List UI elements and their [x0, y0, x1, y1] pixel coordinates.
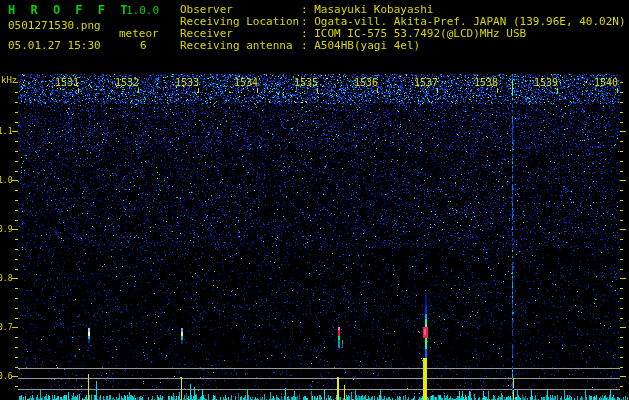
station-info: Observer: Masayuki KobayashiReceiving Lo… — [180, 4, 626, 52]
x-axis-tick-label-1536: 1536 — [354, 77, 378, 88]
y-axis-tick-label-0.7: 0.7 — [0, 323, 12, 332]
datetime: 05.01.27 15:30 — [8, 39, 101, 52]
y-axis-tick-label-1.1: 1.1 — [0, 127, 12, 136]
x-axis-tick-label-1531: 1531 — [55, 77, 79, 88]
x-axis-tick-label-1532: 1532 — [115, 77, 139, 88]
info-label: Receiving antenna — [180, 40, 301, 52]
mode-label: meteor — [119, 27, 159, 40]
x-axis-tick-label-1540: 1540 — [594, 77, 618, 88]
spectrogram-canvas — [0, 0, 629, 400]
x-axis-tick-label-1533: 1533 — [175, 77, 199, 88]
y-axis-tick-label-0.6: 0.6 — [0, 372, 12, 381]
x-axis-tick-label-1538: 1538 — [474, 77, 498, 88]
x-axis-tick-label-1539: 1539 — [534, 77, 558, 88]
y-axis-tick-label-0.9: 0.9 — [0, 225, 12, 234]
filename: 0501271530.png — [8, 19, 101, 32]
info-row-receiving-antenna: Receiving antenna: A504HB(yagi 4el) — [180, 40, 626, 52]
x-axis-tick-label-1537: 1537 — [414, 77, 438, 88]
echo-count: 6 — [140, 39, 147, 52]
y-axis-unit-label: kHz — [1, 75, 17, 85]
hrofft-window: H R O F F T 1.0.0 0501271530.png meteor … — [0, 0, 629, 400]
x-axis-tick-label-1534: 1534 — [234, 77, 258, 88]
x-axis-tick-label-1535: 1535 — [294, 77, 318, 88]
info-value: A504HB(yagi 4el) — [314, 39, 420, 52]
app-version: 1.0.0 — [126, 4, 159, 17]
y-axis-tick-label-1.0: 1.0 — [0, 176, 12, 185]
y-axis-tick-label-0.8: 0.8 — [0, 274, 12, 283]
app-title: H R O F F T — [8, 3, 131, 17]
